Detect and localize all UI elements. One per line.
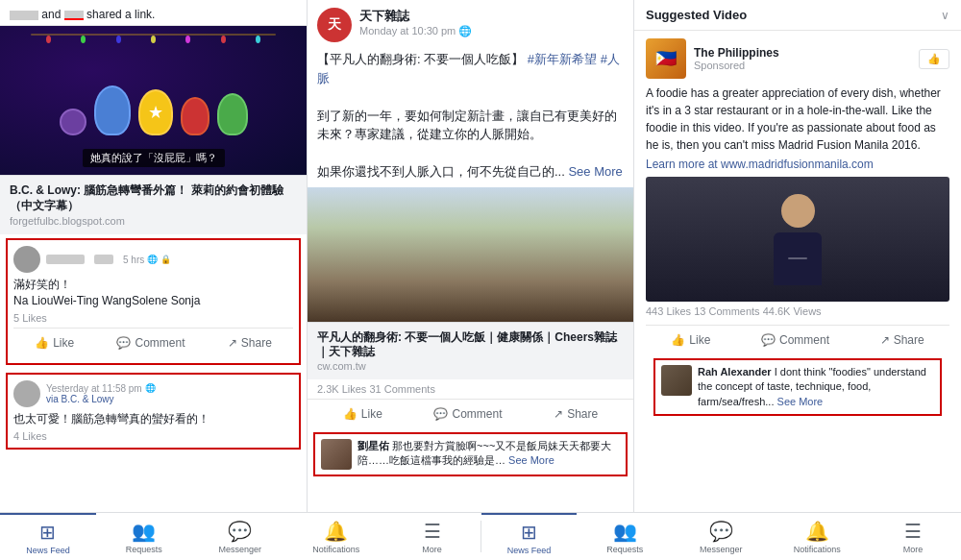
- mid-post-meta: 天下雜誌 Monday at 10:30 pm 🌐: [359, 8, 472, 37]
- comment2-text: 也太可愛！腦筋急轉彎真的蠻好看的！: [13, 411, 293, 427]
- mid-comment-btn[interactable]: 💬 Comment: [426, 403, 509, 425]
- sv-description: A foodie has a greater appreciation of e…: [646, 85, 949, 154]
- right-bottom-comment: Rah Alexander I dont think "foodies" und…: [653, 358, 942, 416]
- mid-share-label: Share: [567, 407, 598, 421]
- comment-section-1: 5 hrs 🌐 🔒 滿好笑的！ Na LiouWei-Ting WangSole…: [6, 238, 301, 365]
- mid-link-box: 平凡人的翻身術: 不要一個人吃飯｜健康關係｜Cheers雜誌｜天下雜誌 cw.c…: [308, 322, 633, 379]
- comment1-time: 5 hrs 🌐 🔒: [123, 255, 171, 265]
- mid-post-paragraph2: 如果你還找不到人脈入口，何不先從自己的...: [317, 164, 568, 179]
- mid-like-btn[interactable]: 👍 Like: [335, 403, 390, 425]
- newsfeed-icon-left: ⊞: [39, 521, 56, 544]
- requests-label-left: Requests: [126, 545, 162, 554]
- and-text: and: [41, 8, 63, 21]
- newsfeed-label-left: News Feed: [26, 546, 70, 555]
- comment1-meta: 5 hrs 🌐 🔒: [123, 255, 171, 265]
- mid-bc-content: 那也要對方賞臉啊~~~又不是飯局妹天天都要大陪……吃飯這檔事我的經驗是…: [357, 440, 611, 466]
- post-link-box: B.C. & Lowy: 腦筋急轉彎番外篇！ 萊莉的約會初體驗（中文字幕） fo…: [0, 175, 307, 234]
- right-like-btn[interactable]: 👍 Like: [663, 329, 718, 351]
- post-link-domain: forgetfulbc.blogspot.com: [10, 215, 297, 227]
- nav-item-notifications-right[interactable]: 🔔 Notifications: [769, 513, 865, 560]
- sponsor-thumbnail: 🇵🇭: [646, 38, 686, 79]
- nav-item-notifications-left[interactable]: 🔔 Notifications: [288, 513, 384, 560]
- messenger-label-right: Messenger: [700, 545, 743, 554]
- comment-icon-1: 💬: [116, 336, 131, 350]
- movie-subtitle: 她真的說了「沒屁屁」嗎？: [83, 149, 225, 167]
- rc-author: Rah Alexander: [698, 366, 772, 377]
- comment-btn-1[interactable]: 💬 Comment: [109, 332, 192, 353]
- nav-item-requests-right[interactable]: 👥 Requests: [577, 513, 673, 560]
- mid-share-btn[interactable]: ↗ Share: [546, 403, 605, 425]
- movie-background: ★ 她真的說了「沒屁屁」嗎？: [0, 26, 307, 175]
- sponsor-info: The Philippines Sponsored: [694, 46, 779, 71]
- comment2-time: Yesterday at 11:58 pm 🌐: [46, 383, 156, 394]
- comment-label-1: Comment: [135, 336, 185, 350]
- sponsor-row: 🇵🇭 The Philippines Sponsored 👍: [646, 38, 949, 79]
- nav-item-messenger-left[interactable]: 💬 Messenger: [192, 513, 288, 560]
- mid-bottom-comment: 劉星佑 那也要對方賞臉啊~~~又不是飯局妹天天都要大陪……吃飯這檔事我的經驗是……: [313, 432, 628, 476]
- shared-text: and shared a link.: [10, 8, 155, 21]
- requests-icon-right: 👥: [613, 520, 637, 543]
- mid-post-header: 天 天下雜誌 Monday at 10:30 pm 🌐: [308, 0, 633, 50]
- mid-see-more[interactable]: See More: [568, 164, 622, 179]
- comment1-avatar: [13, 246, 40, 273]
- newsfeed-label-right: News Feed: [507, 546, 552, 555]
- sponsor-name[interactable]: The Philippines: [694, 46, 779, 60]
- right-share-label: Share: [894, 333, 924, 347]
- more-label-right: More: [903, 545, 924, 554]
- share-btn-1[interactable]: ↗ Share: [220, 332, 280, 353]
- comment2-meta: Yesterday at 11:58 pm 🌐 via B.C. & Lowy: [46, 383, 156, 404]
- mid-post-body: 【平凡人的翻身術: 不要一個人吃飯】 #新年新希望 #人脈 到了新的一年，要如何…: [308, 50, 633, 187]
- notifications-icon-left: 🔔: [324, 520, 348, 543]
- comment2-header: Yesterday at 11:58 pm 🌐 via B.C. & Lowy: [13, 380, 293, 407]
- right-comment-label: Comment: [779, 333, 829, 347]
- video-person-bg: [646, 177, 949, 302]
- chevron-down-icon[interactable]: ∨: [941, 9, 949, 22]
- right-like-label: Like: [689, 333, 710, 347]
- sv-video-stats: 443 Likes 13 Comments 44.6K Views: [646, 302, 949, 321]
- nav-item-newsfeed-right[interactable]: ⊞ News Feed: [481, 513, 578, 560]
- nav-item-more-left[interactable]: ☰ More: [384, 513, 480, 560]
- mid-bc-avatar: [321, 439, 352, 470]
- right-share-btn[interactable]: ↗ Share: [873, 329, 932, 351]
- right-header: Suggested Video ∨: [634, 0, 961, 31]
- nav-item-newsfeed-left[interactable]: ⊞ News Feed: [0, 513, 96, 560]
- like-label-1: Like: [53, 336, 74, 350]
- mid-comment-label: Comment: [452, 407, 502, 421]
- sv-video-thumbnail[interactable]: [646, 177, 949, 302]
- mid-post-paragraph1: 到了新的一年，要如何制定新計畫，讓自已有更美好的未來？專家建議，從建立你的人脈開…: [317, 109, 617, 142]
- user1-name[interactable]: [10, 11, 38, 20]
- sponsor-label: Sponsored: [694, 60, 779, 71]
- notifications-label-right: Notifications: [794, 545, 841, 554]
- like-sponsor-btn[interactable]: 👍: [919, 49, 949, 69]
- sv-link[interactable]: Learn more at www.madridfusionmanila.com: [646, 158, 949, 171]
- like-btn-1[interactable]: 👍 Like: [27, 332, 82, 353]
- right-actions: 👍 Like 💬 Comment ↗ Share: [646, 325, 949, 354]
- user2-name[interactable]: [64, 11, 84, 20]
- mid-comment-icon: 💬: [433, 407, 448, 421]
- nav-section-right: ⊞ News Feed 👥 Requests 💬 Messenger 🔔 Not…: [481, 513, 962, 560]
- nav-item-more-right[interactable]: ☰ More: [865, 513, 961, 560]
- mid-channel-name[interactable]: 天下雜誌: [359, 8, 472, 25]
- movie-characters: ★: [50, 76, 258, 145]
- comment-section-2: Yesterday at 11:58 pm 🌐 via B.C. & Lowy …: [6, 373, 301, 450]
- messenger-icon-left: 💬: [228, 520, 252, 543]
- mid-bc-see-more[interactable]: See More: [508, 454, 554, 466]
- requests-icon-left: 👥: [132, 520, 156, 543]
- shared-link-text: shared a link.: [86, 8, 155, 21]
- rc-see-more[interactable]: See More: [777, 396, 824, 407]
- comment1-actions: 👍 Like 💬 Comment ↗ Share: [13, 328, 293, 357]
- messenger-label-left: Messenger: [219, 545, 262, 554]
- post-link-title: B.C. & Lowy: 腦筋急轉彎番外篇！ 萊莉的約會初體驗（中文字幕）: [10, 183, 297, 213]
- more-label-left: More: [422, 545, 442, 554]
- comment2-avatar: [13, 380, 40, 407]
- notifications-label-left: Notifications: [312, 545, 359, 554]
- mid-channel-avatar: 天: [317, 8, 352, 42]
- right-comment-btn[interactable]: 💬 Comment: [753, 329, 837, 351]
- mid-food-image: [308, 187, 633, 322]
- right-column: Suggested Video ∨ 🇵🇭 The Philippines Spo…: [634, 0, 961, 512]
- mid-stats: 2.3K Likes 31 Comments: [308, 379, 633, 399]
- mid-bc-text: 劉星佑 那也要對方賞臉啊~~~又不是飯局妹天天都要大陪……吃飯這檔事我的經驗是……: [357, 439, 620, 469]
- nav-item-messenger-right[interactable]: 💬 Messenger: [673, 513, 769, 560]
- mid-post-time: Monday at 10:30 pm 🌐: [359, 25, 472, 37]
- nav-item-requests-left[interactable]: 👥 Requests: [96, 513, 192, 560]
